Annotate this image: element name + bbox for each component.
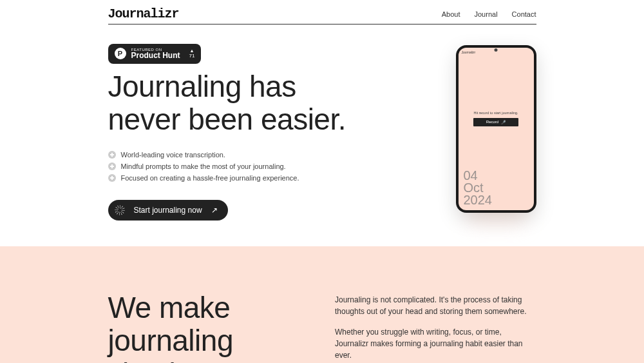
plus-icon [108,151,116,159]
phone-hint: Hit record to start journaling. [464,111,529,115]
plus-icon [108,174,116,182]
main-nav: About Journal Contact [442,10,536,18]
s2-title-l3: simple. [108,357,200,363]
feature-item: Mindful prompts to make the most of your… [108,162,401,170]
ph-name: Product Hunt [131,52,180,60]
nav-contact[interactable]: Contact [512,10,536,18]
phone-brand: Journalizr [462,50,476,54]
cta-label: Start journaling now [134,206,202,215]
product-hunt-icon: P [115,48,126,59]
date-year: 2024 [464,194,493,206]
hero-section: P FEATURED ON Product Hunt ▲ 71 Journali… [0,28,644,246]
record-label: Record [486,120,498,124]
hero-title-line1: Journaling has [108,70,296,103]
ph-vote: ▲ 71 [189,48,195,59]
s2-title-l1: We make [108,291,231,324]
section2-p2: Whether you struggle with writing, focus… [335,326,536,361]
feature-text: Mindful prompts to make the most of your… [121,162,286,170]
feature-item: World-leading voice transcription. [108,151,401,159]
nav-about[interactable]: About [442,10,460,18]
header: Journalizr About Journal Contact [0,0,644,28]
ph-count: 71 [189,53,195,59]
phone-camera-icon [495,48,498,52]
section2-title: We make journaling simple. [108,291,310,363]
arrow-icon: ↗ [211,206,218,215]
microphone-icon: 🎤 [501,120,506,124]
upvote-icon: ▲ [189,48,194,53]
ph-featured-label: FEATURED ON [131,48,180,52]
nav-journal[interactable]: Journal [475,10,498,18]
feature-text: Focused on creating a hassle-free journa… [121,174,299,182]
spinner-icon [115,205,125,215]
hero-title: Journaling has never been easier. [108,70,401,137]
simple-section: We make journaling simple. Journaling is… [0,246,644,363]
section2-p1: Journaling is not complicated. It's the … [335,294,536,317]
start-journaling-button[interactable]: Start journaling now ↗ [108,200,228,221]
phone-record-button: Record 🎤 [473,118,518,126]
feature-item: Focused on creating a hassle-free journa… [108,174,401,182]
phone-date: 04 Oct 2024 [464,170,493,206]
phone-mockup: Journalizr Hit record to start journalin… [421,44,536,221]
brand-logo[interactable]: Journalizr [108,6,179,21]
hero-title-line2: never been easier. [108,103,346,136]
feature-list: World-leading voice transcription. Mindf… [108,151,401,182]
s2-title-l2: journaling [108,324,233,357]
feature-text: World-leading voice transcription. [121,151,225,159]
plus-icon [108,162,116,170]
product-hunt-badge[interactable]: P FEATURED ON Product Hunt ▲ 71 [108,44,202,64]
